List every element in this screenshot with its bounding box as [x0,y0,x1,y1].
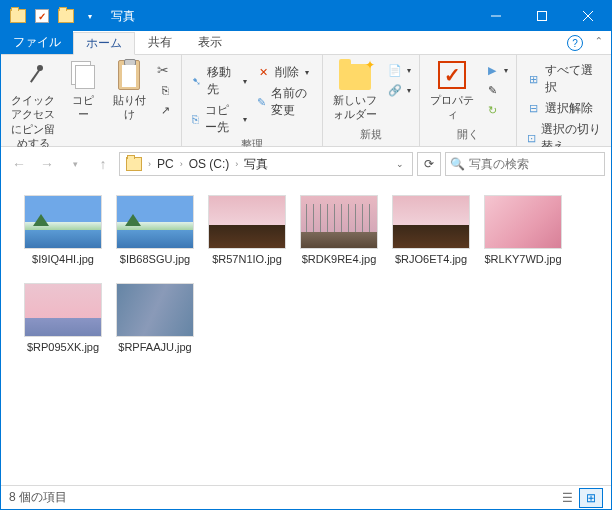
edit-icon: ✎ [484,82,500,98]
moveto-icon: ➷ [190,73,203,89]
navigation-bar: ← → ▾ ↑ › PC › OS (C:) › 写真 ⌄ ⟳ 🔍 [1,147,611,181]
select-all-button[interactable]: ⊞すべて選択 [523,61,605,97]
easy-access-icon: 🔗 [387,82,403,98]
cut-button[interactable]: ✂ [155,61,175,79]
file-item[interactable]: $RLKY7WD.jpg [481,195,565,265]
details-view-button[interactable]: ☰ [555,488,579,508]
file-name: $IB68SGU.jpg [120,253,190,265]
new-folder-qat-button[interactable] [55,5,77,27]
thumbnail [116,195,194,249]
history-button[interactable]: ↻ [482,101,510,119]
titlebar: ✓ ▾ 写真 [1,1,611,31]
file-name: $R57N1IO.jpg [212,253,282,265]
easy-access-button[interactable]: 🔗▾ [385,81,413,99]
ribbon-tabs: ファイル ホーム 共有 表示 ⌄ ? [1,31,611,55]
recent-dropdown[interactable]: ▾ [63,152,87,176]
chevron-right-icon[interactable]: › [148,159,151,169]
copy-button[interactable]: コピー [63,57,103,124]
status-bar: 8 個の項目 ☰ ⊞ [1,485,611,509]
rename-button[interactable]: ✎名前の変更 [253,84,316,120]
copy-path-button[interactable]: ⎘ [155,81,175,99]
new-folder-button[interactable]: ✦ 新しいフォルダー [329,57,381,124]
scissors-icon: ✂ [157,62,169,78]
thumbnail [300,195,378,249]
search-box[interactable]: 🔍 [445,152,605,176]
delete-button[interactable]: ✕削除▾ [253,63,316,82]
ribbon: クイック アクセスにピン留めする コピー 貼り付け ✂ ⎘ ↗ クリップボード [1,55,611,147]
file-item[interactable]: $IB68SGU.jpg [113,195,197,265]
share-tab[interactable]: 共有 [135,31,185,54]
select-none-button[interactable]: ⊟選択解除 [523,99,605,118]
new-group: ✦ 新しいフォルダー 📄▾ 🔗▾ 新規 [323,55,420,146]
maximize-button[interactable] [519,1,565,31]
explorer-window: ✓ ▾ 写真 ファイル ホーム 共有 表示 ⌄ ? クイック アクセスにピン留め… [0,0,612,510]
file-name: $RP095XK.jpg [27,341,99,353]
window-title: 写真 [111,8,135,25]
address-bar[interactable]: › PC › OS (C:) › 写真 ⌄ [119,152,413,176]
view-tab[interactable]: 表示 [185,31,235,54]
up-button[interactable]: ↑ [91,152,115,176]
chevron-right-icon[interactable]: › [180,159,183,169]
open-icon: ▶ [484,62,500,78]
move-to-button[interactable]: ➷移動先▾ [188,63,249,99]
help-icon[interactable]: ? [567,35,583,51]
copy-to-button[interactable]: ⎘コピー先▾ [188,101,249,137]
properties-button[interactable]: ✓ プロパティ [426,57,478,124]
folder-icon[interactable] [7,5,29,27]
organize-group: ➷移動先▾ ⎘コピー先▾ ✕削除▾ ✎名前の変更 整理 [182,55,323,146]
forward-button[interactable]: → [35,152,59,176]
properties-qat-button[interactable]: ✓ [31,5,53,27]
invert-selection-icon: ⊡ [525,130,537,146]
pin-icon [19,61,47,89]
file-name: $I9IQ4HI.jpg [32,253,94,265]
path-icon: ⎘ [157,82,173,98]
chevron-right-icon[interactable]: › [235,159,238,169]
thumbnail [116,283,194,337]
file-item[interactable]: $RDK9RE4.jpg [297,195,381,265]
search-input[interactable] [469,157,612,171]
file-item[interactable]: $RP095XK.jpg [21,283,105,353]
properties-icon: ✓ [438,61,466,89]
file-item[interactable]: $R57N1IO.jpg [205,195,289,265]
close-button[interactable] [565,1,611,31]
copyto-icon: ⎘ [190,111,201,127]
thumbnail [24,283,102,337]
delete-icon: ✕ [255,65,271,81]
file-item[interactable]: $I9IQ4HI.jpg [21,195,105,265]
file-grid: $I9IQ4HI.jpg$IB68SGU.jpg$R57N1IO.jpg$RDK… [21,195,591,353]
thumbnail [392,195,470,249]
paste-shortcut-button[interactable]: ↗ [155,101,175,119]
svg-rect-1 [538,12,547,21]
copy-icon [69,59,97,91]
history-icon: ↻ [484,102,500,118]
file-tab[interactable]: ファイル [1,30,73,54]
thumbnail [208,195,286,249]
quick-access-toolbar: ✓ ▾ [1,5,101,27]
collapse-ribbon-icon[interactable]: ⌄ [595,35,603,46]
thumbnail [24,195,102,249]
paste-button[interactable]: 貼り付け [107,57,151,124]
edit-button[interactable]: ✎ [482,81,510,99]
breadcrumb-pc[interactable]: PC [153,157,178,171]
file-item[interactable]: $RJO6ET4.jpg [389,195,473,265]
item-count: 8 個の項目 [9,489,67,506]
address-dropdown-icon[interactable]: ⌄ [390,159,410,169]
pin-to-quick-access-button[interactable]: クイック アクセスにピン留めする [7,57,59,152]
file-pane[interactable]: $I9IQ4HI.jpg$IB68SGU.jpg$R57N1IO.jpg$RDK… [1,181,611,485]
new-item-button[interactable]: 📄▾ [385,61,413,79]
open-button[interactable]: ▶▾ [482,61,510,79]
refresh-button[interactable]: ⟳ [417,152,441,176]
folder-icon [126,157,142,171]
breadcrumb-folder[interactable]: 写真 [240,156,272,173]
breadcrumb-drive[interactable]: OS (C:) [185,157,234,171]
thumbnails-view-button[interactable]: ⊞ [579,488,603,508]
back-button[interactable]: ← [7,152,31,176]
file-name: $RLKY7WD.jpg [484,253,561,265]
open-group: ✓ プロパティ ▶▾ ✎ ↻ 開く [420,55,517,146]
qat-dropdown-icon[interactable]: ▾ [79,5,101,27]
file-item[interactable]: $RPFAAJU.jpg [113,283,197,353]
new-folder-icon: ✦ [339,64,371,90]
rename-icon: ✎ [255,94,267,110]
minimize-button[interactable] [473,1,519,31]
home-tab[interactable]: ホーム [73,32,135,55]
